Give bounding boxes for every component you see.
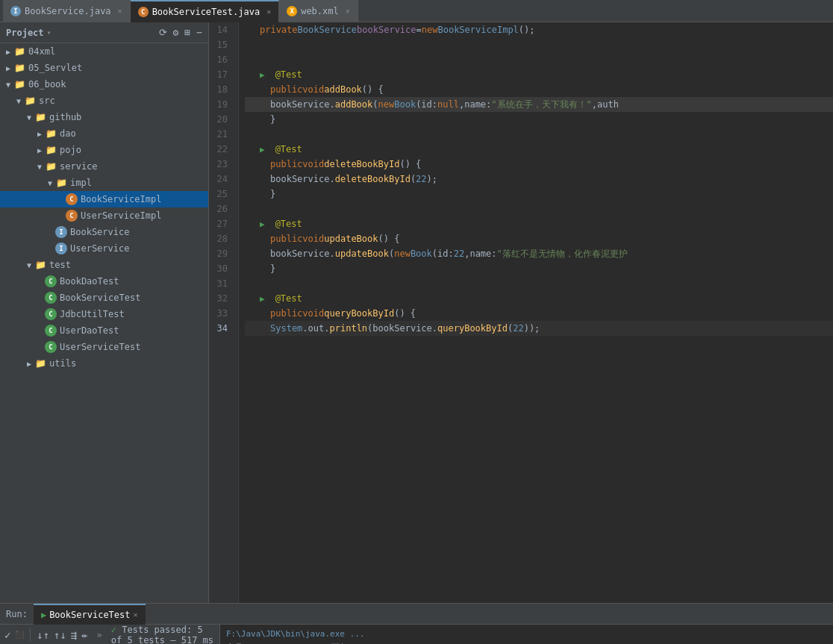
sort-asc-btn[interactable]: ↓↑ xyxy=(37,629,49,641)
code-bookservice-19: bookService xyxy=(270,99,329,110)
sidebar-item-userservicetest[interactable]: C UserServiceTest xyxy=(0,339,208,355)
code-line-14: private BookService bookService = new Bo… xyxy=(245,22,833,37)
sidebar-item-dao[interactable]: ▶ 📁 dao xyxy=(0,125,208,142)
sidebar-item-github[interactable]: ▼ 📁 github xyxy=(0,109,208,125)
label-bookdaotest: BookDaoTest xyxy=(60,276,119,287)
fn-querybookbyid-call: queryBookById xyxy=(437,323,508,334)
gear-icon[interactable]: ⚙ xyxy=(173,27,179,38)
settings-icon[interactable]: ⊞ xyxy=(184,27,190,38)
sidebar-item-bookserviceimpl[interactable]: C BookServiceImpl xyxy=(0,191,208,207)
code-text-29c: ( xyxy=(432,248,437,259)
sidebar-item-06book[interactable]: ▼ 📁 06_book xyxy=(0,76,208,93)
folder-icon-impl: 📁 xyxy=(55,177,67,189)
collapse-btn[interactable]: ⇷ xyxy=(81,629,87,641)
arrow-04xml: ▶ xyxy=(3,48,13,56)
code-text-29a: . xyxy=(329,248,334,259)
code-bookservice-34: bookService xyxy=(372,323,431,334)
sidebar-item-utils[interactable]: ▶ 📁 utils xyxy=(0,355,208,372)
code-text-14a: = xyxy=(416,25,422,35)
tab-book-service-test-java[interactable]: C BookServiceTest.java ✕ xyxy=(131,0,280,22)
sidebar-item-test[interactable]: ▼ 📁 test xyxy=(0,257,208,273)
ln-23: 23 xyxy=(209,157,232,172)
kw-void-33: void xyxy=(302,308,324,319)
sync-icon[interactable]: ⟳ xyxy=(159,27,167,38)
sidebar-title: Project ▾ xyxy=(6,28,52,38)
ln-32: 32 xyxy=(209,291,232,306)
sidebar-item-service[interactable]: ▼ 📁 service xyxy=(0,158,208,175)
icon-bookservice: I xyxy=(55,226,67,238)
sidebar-item-userserviceimpl[interactable]: C UserServiceImpl xyxy=(0,207,208,224)
tab-label-book-service-test-java: BookServiceTest.java xyxy=(152,7,260,17)
param-auth-19: auth xyxy=(597,99,619,110)
folder-icon-github: 📁 xyxy=(34,111,46,123)
code-text-24b: ( xyxy=(411,174,416,184)
ann-test-22: @Test xyxy=(275,144,302,154)
tab-close-web-xml[interactable]: ✕ xyxy=(346,7,350,15)
run-icon-17[interactable]: ▶ xyxy=(260,70,265,80)
tab-close-book-service-test-java[interactable]: ✕ xyxy=(266,7,271,16)
sidebar-item-bookservicetest[interactable]: C BookServiceTest xyxy=(0,290,208,306)
arrow-06book: ▼ xyxy=(3,81,13,89)
fn-deletebookbyid: deleteBookById xyxy=(335,174,411,184)
type-bookserviceimpl: BookServiceImpl xyxy=(437,25,518,35)
arrow-utils: ▶ xyxy=(24,360,34,368)
ln-28: 28 xyxy=(209,231,232,246)
label-bookservicetest: BookServiceTest xyxy=(60,293,140,303)
arrow-service: ▼ xyxy=(34,163,45,171)
ln-18: 18 xyxy=(209,82,232,97)
label-src: src xyxy=(39,96,55,106)
icon-userdaotest: C xyxy=(45,325,57,337)
tab-book-service-java[interactable]: I BookService.java ✕ xyxy=(3,0,131,22)
tab-web-xml[interactable]: X web.xml ✕ xyxy=(279,0,358,22)
ln-20: 20 xyxy=(209,112,232,127)
sidebar-item-05servlet[interactable]: ▶ 📁 05_Servlet xyxy=(0,60,208,76)
run-icon-22[interactable]: ▶ xyxy=(260,145,265,154)
fn-updatebook: updateBook xyxy=(324,234,378,244)
sidebar-item-04xml[interactable]: ▶ 📁 04xml xyxy=(0,43,208,60)
sidebar-item-src[interactable]: ▼ 📁 src xyxy=(0,93,208,109)
run-icon-32[interactable]: ▶ xyxy=(260,294,265,304)
num-22-24: 22 xyxy=(416,174,426,184)
check-btn[interactable]: ✓ xyxy=(4,629,10,641)
sidebar-dropdown-icon[interactable]: ▾ xyxy=(47,28,52,37)
minimize-icon[interactable]: − xyxy=(196,27,202,38)
stop-btn[interactable]: ⬛ xyxy=(15,631,24,639)
sidebar-item-jdbcutiltest[interactable]: C JdbcUtilTest xyxy=(0,306,208,322)
sidebar-item-userdaotest[interactable]: C UserDaoTest xyxy=(0,322,208,339)
param-id-19: id xyxy=(421,99,431,110)
code-text-20: } xyxy=(270,114,275,125)
code-text-34b: . xyxy=(302,323,308,334)
run-icon-27[interactable]: ▶ xyxy=(260,219,265,229)
code-line-19: bookService . addBook ( new Book ( id : … xyxy=(245,97,833,112)
code-text-18: () { xyxy=(362,84,384,95)
sidebar-item-impl[interactable]: ▼ 📁 impl xyxy=(0,175,208,191)
sidebar-item-bookdaotest[interactable]: C BookDaoTest xyxy=(0,273,208,290)
code-lines[interactable]: private BookService bookService = new Bo… xyxy=(239,22,833,603)
type-system: System xyxy=(270,323,302,334)
arrow-05servlet: ▶ xyxy=(3,64,13,72)
expand-btn[interactable]: ⇶ xyxy=(71,629,77,641)
code-line-34: System . out . println ( bookService . q… xyxy=(245,321,833,336)
code-out: out xyxy=(308,323,325,334)
run-tab-close[interactable]: ✕ xyxy=(134,610,138,619)
sidebar-item-userservice[interactable]: I UserService xyxy=(0,240,208,257)
code-text-29b: ( xyxy=(389,248,394,259)
run-tab-icon: ▶ xyxy=(41,610,46,620)
kw-void-18: void xyxy=(302,84,324,95)
code-line-16 xyxy=(245,52,833,67)
fn-addbook-call: addBook xyxy=(335,99,373,110)
ln-22: 22 xyxy=(209,142,232,157)
tab-close-book-service-java[interactable]: ✕ xyxy=(118,7,122,15)
sort-desc-btn[interactable]: ↑↓ xyxy=(54,629,66,641)
fn-addbook: addBook xyxy=(324,84,362,95)
code-text-19d: , xyxy=(592,99,597,110)
code-text-19c: ( xyxy=(416,99,421,110)
sidebar-item-pojo[interactable]: ▶ 📁 pojo xyxy=(0,142,208,158)
sidebar-item-bookservice[interactable]: I BookService xyxy=(0,224,208,240)
tab-bookservicetest-run[interactable]: ▶ BookServiceTest ✕ xyxy=(34,604,146,625)
code-line-29: bookService . updateBook ( new Book ( id… xyxy=(245,246,833,261)
label-04xml: 04xml xyxy=(28,46,55,57)
code-text-24a: . xyxy=(329,174,334,184)
sidebar-title-text: Project xyxy=(6,28,44,38)
param-name-19: name xyxy=(464,99,486,110)
